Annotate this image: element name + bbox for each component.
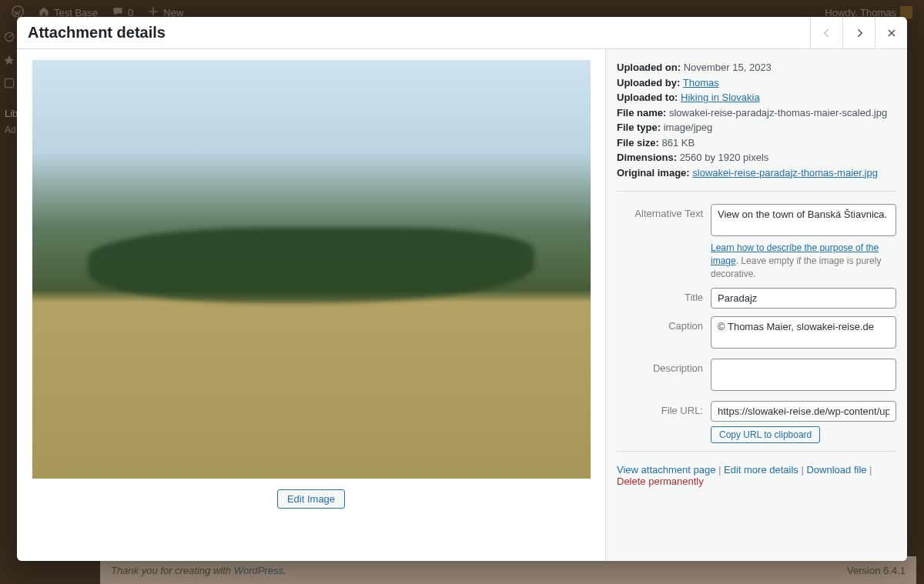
attachment-info-sidebar: Uploaded on: November 15, 2023 Uploaded … <box>605 49 907 561</box>
file-name-label: File name: <box>617 107 666 118</box>
attachment-meta: Uploaded on: November 15, 2023 Uploaded … <box>617 60 896 180</box>
chevron-left-icon <box>821 27 833 39</box>
attachment-media-view: Edit Image <box>17 49 605 561</box>
original-image-link[interactable]: slowakei-reise-paradajz-thomas-maier.jpg <box>692 167 878 179</box>
uploaded-to-link[interactable]: Hiking in Slovakia <box>681 92 760 103</box>
next-button[interactable] <box>842 17 875 49</box>
alt-text-input[interactable] <box>711 204 896 236</box>
modal-header-buttons <box>810 17 907 48</box>
file-size-value: 861 KB <box>662 137 695 149</box>
dimensions-label: Dimensions: <box>617 152 677 163</box>
setting-description: Description <box>617 359 896 393</box>
edit-more-details-link[interactable]: Edit more details <box>724 464 798 476</box>
file-size-label: File size: <box>617 137 659 149</box>
original-image-label: Original image: <box>617 167 690 179</box>
uploaded-on-value: November 15, 2023 <box>684 62 772 73</box>
setting-caption: Caption <box>617 316 896 351</box>
alt-text-hint: Learn how to describe the purpose of the… <box>711 242 896 280</box>
setting-alt-text: Alternative Text Learn how to describe t… <box>617 204 896 280</box>
title-label: Title <box>617 288 711 309</box>
view-attachment-link[interactable]: View attachment page <box>617 464 715 476</box>
modal-body: Edit Image Uploaded on: November 15, 202… <box>17 49 907 561</box>
file-url-input[interactable] <box>711 401 896 422</box>
modal-header: Attachment details <box>17 17 907 49</box>
file-type-label: File type: <box>617 122 661 133</box>
caption-input[interactable] <box>711 316 896 349</box>
divider <box>617 191 896 192</box>
alt-text-label: Alternative Text <box>617 204 711 280</box>
divider <box>617 451 896 452</box>
modal-title: Attachment details <box>17 24 166 42</box>
prev-button <box>810 17 842 49</box>
attachment-details-modal: Attachment details Edit Image Uploaded o… <box>17 17 907 561</box>
setting-title: Title <box>617 288 896 309</box>
file-name-value: slowakei-reise-paradajz-thomas-maier-sca… <box>669 107 887 118</box>
attachment-image-preview[interactable] <box>32 60 591 479</box>
uploaded-by-label: Uploaded by: <box>617 77 680 88</box>
delete-permanently-link[interactable]: Delete permanently <box>617 476 704 487</box>
attachment-actions: View attachment page | Edit more details… <box>617 464 896 487</box>
close-button[interactable] <box>875 17 907 49</box>
file-type-value: image/jpeg <box>664 122 713 133</box>
chevron-right-icon <box>853 27 865 39</box>
uploaded-to-label: Uploaded to: <box>617 92 678 103</box>
setting-file-url: File URL: Copy URL to clipboard <box>617 401 896 443</box>
description-label: Description <box>617 359 711 393</box>
caption-label: Caption <box>617 316 711 351</box>
edit-image-button[interactable]: Edit Image <box>277 489 345 509</box>
dimensions-value: 2560 by 1920 pixels <box>680 152 769 163</box>
download-file-link[interactable]: Download file <box>806 464 866 476</box>
uploaded-by-link[interactable]: Thomas <box>683 77 719 88</box>
uploaded-on-label: Uploaded on: <box>617 62 681 73</box>
description-input[interactable] <box>711 359 896 391</box>
copy-url-button[interactable]: Copy URL to clipboard <box>711 426 820 443</box>
file-url-label: File URL: <box>617 401 711 443</box>
title-input[interactable] <box>711 288 896 309</box>
close-icon <box>886 27 898 39</box>
